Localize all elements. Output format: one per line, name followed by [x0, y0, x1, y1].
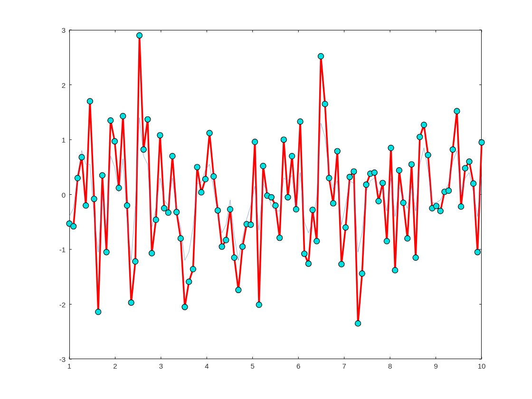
data-marker	[343, 225, 349, 230]
x-tick-label: 3	[159, 362, 163, 370]
data-marker	[240, 244, 246, 249]
data-marker	[434, 203, 439, 209]
data-marker	[413, 255, 418, 260]
data-marker	[194, 164, 200, 170]
data-marker	[162, 205, 167, 211]
data-marker	[331, 200, 336, 206]
data-marker	[475, 249, 480, 255]
data-marker	[153, 217, 159, 223]
data-marker	[462, 165, 468, 171]
data-marker	[281, 137, 286, 142]
svg-rect-0	[70, 30, 482, 359]
data-marker	[339, 261, 344, 267]
x-tick-label: 10	[478, 362, 486, 370]
data-marker	[112, 138, 117, 144]
y-tick-label: -3	[59, 355, 66, 363]
data-marker	[260, 163, 266, 169]
data-marker	[157, 133, 163, 138]
data-marker	[104, 249, 109, 255]
data-marker	[384, 238, 390, 244]
data-marker	[458, 204, 464, 209]
data-marker	[165, 210, 171, 216]
data-marker	[392, 267, 398, 273]
data-marker	[285, 194, 291, 200]
data-marker	[199, 190, 204, 195]
data-marker	[178, 236, 183, 241]
data-marker	[174, 209, 180, 215]
data-marker	[421, 122, 427, 128]
data-marker	[293, 207, 299, 212]
data-marker	[252, 139, 258, 145]
plot-svg	[69, 30, 482, 359]
x-tick-label: 9	[434, 362, 437, 370]
data-marker	[170, 153, 175, 159]
data-marker	[256, 302, 262, 308]
data-marker	[87, 98, 93, 104]
x-tick-label: 1	[67, 362, 71, 370]
data-marker	[108, 118, 114, 124]
data-marker	[145, 116, 151, 122]
data-marker	[408, 162, 414, 167]
data-marker	[248, 222, 254, 228]
data-marker	[359, 271, 365, 276]
data-marker	[454, 108, 460, 114]
x-tick-label: 2	[113, 362, 117, 370]
data-marker	[182, 304, 188, 310]
data-marker	[289, 153, 295, 159]
data-marker	[363, 182, 369, 188]
data-marker	[95, 309, 101, 315]
data-marker	[215, 208, 220, 213]
data-marker	[310, 207, 315, 213]
axes-area	[69, 30, 482, 359]
data-marker	[396, 168, 402, 173]
data-marker	[471, 180, 476, 186]
data-marker	[437, 208, 443, 214]
data-marker	[141, 147, 146, 152]
data-marker	[380, 180, 386, 186]
data-marker	[120, 113, 126, 119]
data-marker	[371, 170, 377, 175]
x-tick-label: 5	[251, 362, 255, 370]
data-marker	[388, 145, 394, 151]
data-marker	[128, 300, 134, 305]
data-marker	[231, 255, 237, 260]
data-marker	[268, 194, 274, 200]
data-marker	[326, 175, 332, 181]
data-marker	[207, 130, 212, 136]
data-marker	[351, 169, 357, 174]
y-tick-label: -2	[59, 300, 66, 308]
y-tick-label: -1	[59, 246, 66, 254]
data-marker	[236, 287, 241, 293]
data-marker	[190, 266, 196, 272]
data-marker	[376, 198, 381, 204]
data-marker	[79, 154, 85, 160]
y-tick-label: 3	[62, 26, 66, 34]
data-marker	[302, 251, 307, 256]
x-tick-label: 4	[205, 362, 209, 370]
data-marker	[314, 238, 320, 244]
data-marker	[91, 196, 97, 202]
data-marker	[219, 244, 225, 249]
data-marker	[334, 148, 340, 154]
data-marker	[273, 203, 278, 209]
data-marker	[137, 33, 142, 38]
x-tick-label: 8	[388, 362, 392, 370]
data-marker	[400, 200, 406, 206]
data-marker	[277, 235, 283, 241]
data-marker	[405, 236, 410, 241]
x-tick-label: 6	[296, 362, 300, 370]
figure: 12345678910-3-2-10123	[0, 0, 532, 399]
data-marker	[479, 140, 484, 145]
data-marker	[450, 147, 456, 152]
data-marker	[71, 223, 76, 229]
data-marker	[322, 101, 328, 107]
data-marker	[83, 203, 89, 209]
data-marker	[186, 279, 192, 285]
data-marker	[417, 134, 423, 140]
data-marker	[347, 174, 352, 180]
data-marker	[211, 173, 217, 179]
data-marker	[228, 207, 233, 212]
data-marker	[466, 159, 472, 164]
data-marker	[124, 203, 130, 209]
x-tick-label: 7	[342, 362, 346, 370]
